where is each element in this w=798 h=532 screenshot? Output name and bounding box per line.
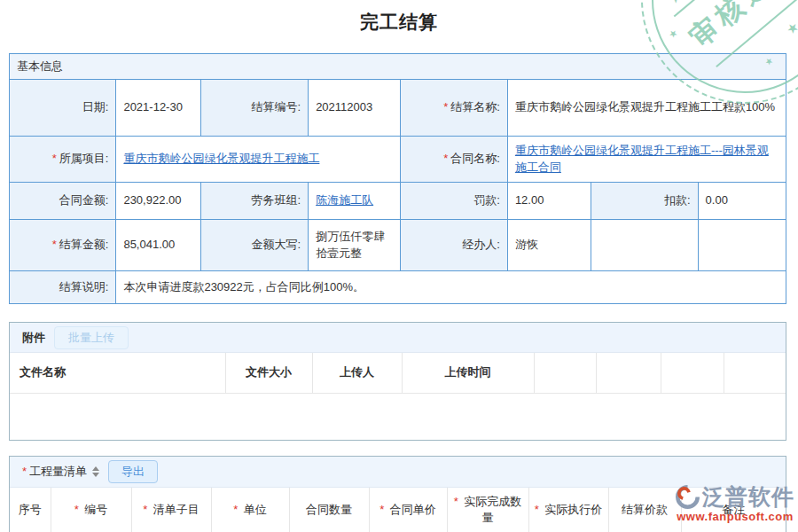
attachments-col-header: 上传时间 xyxy=(402,353,534,393)
attachments-bar: 附件 批量上传 xyxy=(10,323,786,353)
settlement-name-value: 重庆市鹅岭公园绿化景观提升工程施工工程款100% xyxy=(507,80,786,137)
attachments-col-header: 上传人 xyxy=(312,353,402,393)
empty-cell xyxy=(591,220,698,271)
labor-team-link[interactable]: 陈海施工队 xyxy=(316,193,373,207)
boq-label: *工程量清单 xyxy=(22,464,87,480)
attachments-col-header xyxy=(534,353,596,393)
boq-section: *工程量清单 导出 序号* 编号* 清单子目* 单位合同数量* 合同单价* 实际… xyxy=(9,456,786,532)
amount-in-words-label: 金额大写: xyxy=(200,220,308,271)
note-value: 本次申请进度款230922元，占合同比例100%。 xyxy=(116,271,786,304)
project-label: *所属项目: xyxy=(10,137,116,183)
boq-col-header: 结算价款 xyxy=(608,488,681,532)
settlement-amount-label: *结算金额: xyxy=(10,220,116,271)
boq-table: 序号* 编号* 清单子目* 单位合同数量* 合同单价* 实际完成数量* 实际执行… xyxy=(10,488,786,532)
basic-info-section: 基本信息 日期: 2021-12-30 结算编号: 202112003 *结算名… xyxy=(9,53,786,304)
attachments-section: 附件 批量上传 文件名称文件大小上传人上传时间 xyxy=(9,322,786,441)
batch-upload-button[interactable]: 批量上传 xyxy=(54,326,129,349)
attachments-col-header xyxy=(596,353,661,393)
boq-col-header: 序号 xyxy=(10,488,51,532)
date-value: 2021-12-30 xyxy=(116,80,200,137)
required-mark: * xyxy=(22,465,27,478)
boq-col-header: * 实际完成数量 xyxy=(447,488,528,532)
attachments-empty-body xyxy=(10,394,786,442)
project-value: 重庆市鹅岭公园绿化景观提升工程施工 xyxy=(116,137,401,183)
handler-label: 经办人: xyxy=(401,220,507,271)
boq-col-header: * 实际执行价 xyxy=(528,488,608,532)
settlement-no-label: 结算编号: xyxy=(200,80,308,137)
required-mark: * xyxy=(443,100,448,113)
boq-header-row: 序号* 编号* 清单子目* 单位合同数量* 合同单价* 实际完成数量* 实际执行… xyxy=(10,488,786,532)
contract-name-label: *合同名称: xyxy=(401,137,507,183)
date-label: 日期: xyxy=(10,80,116,137)
attachments-col-header: 文件名称 xyxy=(10,353,225,393)
project-link[interactable]: 重庆市鹅岭公园绿化景观提升工程施工 xyxy=(123,152,319,165)
contract-name-value: 重庆市鹅岭公园绿化景观提升工程施工---园林景观施工合同 xyxy=(507,137,786,183)
attachments-header-row: 文件名称文件大小上传人上传时间 xyxy=(10,353,786,393)
penalty-value: 12.00 xyxy=(507,183,591,220)
labor-team-value: 陈海施工队 xyxy=(309,183,401,220)
contract-amount-label: 合同金额: xyxy=(10,183,116,220)
handler-value: 游恢 xyxy=(507,220,591,271)
boq-col-header: * 单位 xyxy=(211,488,289,532)
contract-amount-value: 230,922.00 xyxy=(116,183,200,220)
attachments-label: 附件 xyxy=(22,330,45,346)
page-title: 完工结算 xyxy=(0,10,798,35)
contract-name-link[interactable]: 重庆市鹅岭公园绿化景观提升工程施工---园林景观施工合同 xyxy=(515,144,769,174)
labor-team-label: 劳务班组: xyxy=(200,183,308,220)
boq-col-header: 合同数量 xyxy=(289,488,369,532)
note-label: 结算说明: xyxy=(10,271,116,304)
penalty-label: 罚款: xyxy=(401,183,507,220)
amount-in-words-value: 捌万伍仟零肆拾壹元整 xyxy=(309,220,401,271)
section-header-basic-info: 基本信息 xyxy=(10,54,786,80)
settlement-no-value: 202112003 xyxy=(309,80,401,137)
boq-col-header: * 编号 xyxy=(51,488,131,532)
settlement-amount-value: 85,041.00 xyxy=(116,220,200,271)
deduction-value: 0.00 xyxy=(698,183,786,220)
attachments-table: 文件名称文件大小上传人上传时间 xyxy=(10,353,786,394)
deduction-label: 扣款: xyxy=(591,183,698,220)
attachments-col-header xyxy=(724,353,786,393)
required-mark: * xyxy=(52,152,57,165)
settlement-name-label: *结算名称: xyxy=(401,80,507,137)
required-mark: * xyxy=(443,152,448,165)
boq-col-header: * 清单子目 xyxy=(131,488,211,532)
boq-bar: *工程量清单 导出 xyxy=(10,457,786,488)
empty-cell xyxy=(698,220,786,271)
boq-col-header: * 合同单价 xyxy=(369,488,447,532)
attachments-col-header xyxy=(661,353,724,393)
boq-col-header: 备注 xyxy=(681,488,786,532)
attachments-col-header: 文件大小 xyxy=(225,353,312,393)
required-mark: * xyxy=(52,238,57,251)
sort-spinner-icon[interactable] xyxy=(92,466,99,477)
export-button[interactable]: 导出 xyxy=(108,460,158,483)
